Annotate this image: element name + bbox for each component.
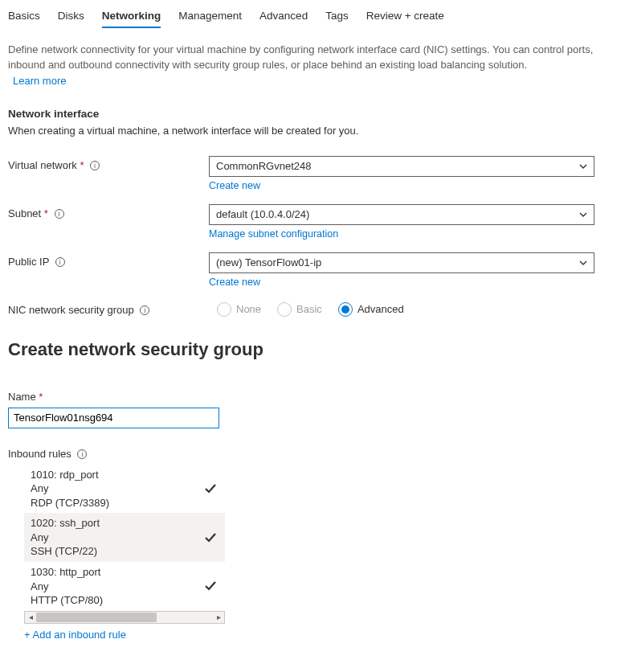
rule-priority-name: 1020: ssh_port: [31, 516, 100, 531]
nsg-radio-none[interactable]: None: [217, 302, 261, 317]
inbound-rule-item[interactable]: 1010: rdp_port Any RDP (TCP/3389): [24, 465, 225, 514]
nic-nsg-label-text: NIC network security group: [8, 304, 134, 316]
nsg-name-label-text: Name: [8, 391, 36, 403]
nsg-radio-advanced-label: Advanced: [357, 303, 404, 315]
rule-source: Any: [31, 481, 109, 496]
required-marker: *: [39, 391, 43, 403]
info-icon[interactable]: i: [90, 161, 100, 170]
pip-create-new-link[interactable]: Create new: [209, 277, 260, 288]
nsg-radio-none-label: None: [236, 303, 261, 315]
virtual-network-value: CommonRGvnet248: [216, 160, 312, 172]
chevron-down-icon: [579, 162, 587, 170]
info-icon[interactable]: i: [55, 257, 65, 267]
add-inbound-rule-link[interactable]: + Add an inbound rule: [24, 629, 126, 641]
vnet-create-new-link[interactable]: Create new: [209, 180, 260, 191]
inbound-rules-heading: Inbound rules i: [8, 448, 617, 460]
public-ip-label: Public IP i: [8, 252, 209, 268]
network-interface-heading: Network interface: [8, 108, 617, 120]
required-marker: *: [44, 207, 48, 219]
tab-management[interactable]: Management: [178, 8, 242, 28]
manage-subnet-link[interactable]: Manage subnet configuration: [209, 228, 338, 240]
virtual-network-label: Virtual network * i: [8, 156, 209, 171]
create-nsg-heading: Create network security group: [8, 339, 617, 360]
check-icon: [204, 482, 217, 495]
virtual-network-select[interactable]: CommonRGvnet248: [209, 156, 594, 177]
required-marker: *: [80, 159, 84, 171]
tab-tags[interactable]: Tags: [325, 8, 349, 28]
chevron-down-icon: [579, 259, 587, 267]
inbound-rule-item[interactable]: 1030: http_port Any HTTP (TCP/80): [24, 562, 225, 611]
info-icon[interactable]: i: [55, 209, 64, 219]
subnet-value: default (10.0.4.0/24): [216, 208, 309, 220]
radio-icon: [338, 302, 353, 317]
nic-nsg-label: NIC network security group i: [8, 301, 209, 316]
info-icon[interactable]: i: [140, 305, 149, 315]
check-icon: [204, 531, 217, 544]
networking-description: Define network connectivity for your vir…: [8, 43, 617, 73]
public-ip-label-text: Public IP: [8, 256, 49, 268]
nsg-radio-basic-label: Basic: [296, 303, 322, 315]
public-ip-value: (new) TensorFlow01-ip: [216, 256, 321, 268]
tab-disks[interactable]: Disks: [58, 8, 84, 28]
rule-protocol: RDP (TCP/3389): [31, 496, 109, 510]
scroll-thumb[interactable]: [36, 613, 157, 622]
public-ip-select[interactable]: (new) TensorFlow01-ip: [209, 252, 594, 273]
rule-priority-name: 1010: rdp_port: [31, 468, 109, 482]
info-icon[interactable]: i: [77, 449, 87, 459]
chevron-down-icon: [579, 211, 587, 219]
inbound-rule-item[interactable]: 1020: ssh_port Any SSH (TCP/22): [24, 513, 225, 562]
rule-protocol: HTTP (TCP/80): [31, 593, 103, 608]
inbound-rules-list: 1010: rdp_port Any RDP (TCP/3389) 1020: …: [24, 465, 225, 611]
tab-review-create[interactable]: Review + create: [366, 8, 444, 28]
wizard-tabs: Basics Disks Networking Management Advan…: [8, 8, 617, 28]
subnet-select[interactable]: default (10.0.4.0/24): [209, 204, 594, 225]
network-interface-note: When creating a virtual machine, a netwo…: [8, 125, 617, 137]
virtual-network-label-text: Virtual network: [8, 159, 77, 171]
nsg-name-input[interactable]: [8, 408, 219, 428]
check-icon: [204, 580, 217, 592]
subnet-label: Subnet * i: [8, 204, 209, 219]
horizontal-scrollbar[interactable]: ◂ ▸: [24, 611, 225, 624]
nsg-name-label: Name *: [8, 391, 617, 403]
tab-advanced[interactable]: Advanced: [259, 8, 308, 28]
nsg-radio-advanced[interactable]: Advanced: [338, 302, 404, 317]
scroll-left-icon[interactable]: ◂: [25, 613, 36, 621]
scroll-right-icon[interactable]: ▸: [213, 613, 224, 621]
tab-basics[interactable]: Basics: [8, 8, 40, 28]
rule-priority-name: 1030: http_port: [31, 565, 103, 580]
nic-nsg-radio-group: None Basic Advanced: [217, 301, 617, 317]
tab-networking[interactable]: Networking: [102, 8, 161, 28]
inbound-rules-heading-text: Inbound rules: [8, 448, 71, 460]
radio-icon: [277, 302, 292, 317]
learn-more-link[interactable]: Learn more: [8, 75, 66, 87]
subnet-label-text: Subnet: [8, 207, 41, 219]
rule-protocol: SSH (TCP/22): [31, 544, 100, 559]
rule-source: Any: [31, 580, 103, 594]
radio-icon: [217, 302, 231, 317]
rule-source: Any: [31, 531, 100, 545]
nsg-radio-basic[interactable]: Basic: [277, 302, 322, 317]
